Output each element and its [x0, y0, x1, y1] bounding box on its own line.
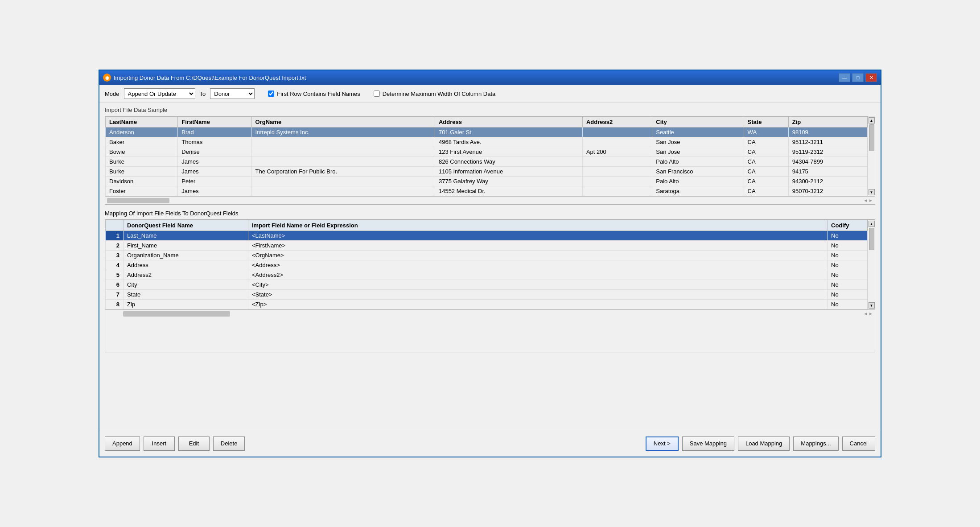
- maximize-button[interactable]: □: [852, 73, 864, 82]
- import-cell-zip: 94304-7899: [788, 157, 867, 167]
- mapping-codify: No: [828, 231, 868, 241]
- mapping-table-row[interactable]: 5Address2<Address2>No: [106, 270, 868, 280]
- window-title: Importing Donor Data From C:\DQuest\Exam…: [114, 74, 306, 81]
- import-table-row[interactable]: BakerThomas4968 Tardis Ave.San JoseCA951…: [106, 137, 868, 147]
- delete-button[interactable]: Delete: [213, 436, 245, 451]
- mapping-header-row: DonorQuest Field Name Import Field Name …: [106, 220, 868, 231]
- mapping-col-dqfield: DonorQuest Field Name: [124, 220, 248, 231]
- title-bar-left: ◉ Importing Donor Data From C:\DQuest\Ex…: [103, 74, 306, 82]
- import-cell-orgname: [251, 186, 435, 196]
- mode-label: Mode: [105, 91, 119, 97]
- mapping-row-num: 1: [106, 231, 124, 241]
- mapping-import-field: <LastName>: [248, 231, 828, 241]
- import-table-row[interactable]: BurkeJamesThe Corporation For Public Bro…: [106, 167, 868, 177]
- edit-button[interactable]: Edit: [178, 436, 210, 451]
- import-cell-lastname: Burke: [106, 167, 178, 177]
- import-table-row[interactable]: DavidsonPeter3775 Galafrey WayPalo AltoC…: [106, 177, 868, 186]
- mappings-button[interactable]: Mappings...: [793, 436, 838, 451]
- mapping-dq-field: State: [124, 290, 248, 300]
- mapping-import-field: <City>: [248, 280, 828, 290]
- minimize-button[interactable]: —: [839, 73, 850, 82]
- first-row-checkbox-group: First Row Contains Field Names: [268, 91, 360, 97]
- import-h-scroll-thumb[interactable]: [107, 198, 169, 203]
- import-cell-address: 14552 Medical Dr.: [435, 186, 582, 196]
- first-row-checkbox[interactable]: [268, 91, 274, 97]
- mapping-row-num: 5: [106, 270, 124, 280]
- mapping-table-row[interactable]: 6City<City>No: [106, 280, 868, 290]
- import-scroll-down[interactable]: ▼: [869, 189, 875, 195]
- import-table-row[interactable]: BurkeJames826 Connections WayPalo AltoCA…: [106, 157, 868, 167]
- mode-select[interactable]: Append Or Update Append Only Update Only: [124, 88, 195, 99]
- mapping-h-scrollbar[interactable]: ◄ ►: [105, 309, 875, 317]
- col-address2: Address2: [582, 117, 652, 128]
- insert-button[interactable]: Insert: [144, 436, 175, 451]
- mapping-scrollbar-v[interactable]: ▲ ▼: [868, 220, 875, 309]
- import-table-row[interactable]: FosterJames14552 Medical Dr.SaratogaCA95…: [106, 186, 868, 196]
- mapping-import-field: <Address>: [248, 260, 828, 270]
- import-cell-lastname: Baker: [106, 137, 178, 147]
- import-cell-zip: 95112-3211: [788, 137, 867, 147]
- mapping-import-field: <OrgName>: [248, 251, 828, 260]
- to-select[interactable]: Donor Gift Contact: [210, 88, 255, 99]
- import-scroll-up[interactable]: ▲: [869, 117, 875, 124]
- close-button[interactable]: ✕: [865, 73, 877, 82]
- import-cell-firstname: Brad: [178, 128, 251, 137]
- import-table-row[interactable]: AndersonBradIntrepid Systems Inc.701 Gal…: [106, 128, 868, 137]
- import-cell-lastname: Bowie: [106, 147, 178, 157]
- save-mapping-button[interactable]: Save Mapping: [682, 436, 734, 451]
- mapping-table-row[interactable]: 1Last_Name<LastName>No: [106, 231, 868, 241]
- import-scroll-thumb[interactable]: [869, 124, 874, 151]
- col-city: City: [652, 117, 744, 128]
- mapping-scroll-up[interactable]: ▲: [869, 221, 875, 227]
- mapping-dq-field: Zip: [124, 300, 248, 309]
- import-table-row[interactable]: BowieDenise123 First AvenueApt 200San Jo…: [106, 147, 868, 157]
- next-button[interactable]: Next >: [646, 436, 679, 451]
- load-mapping-button[interactable]: Load Mapping: [738, 436, 790, 451]
- import-cell-zip: 95119-2312: [788, 147, 867, 157]
- mapping-row-num: 7: [106, 290, 124, 300]
- import-cell-address: 4968 Tardis Ave.: [435, 137, 582, 147]
- import-cell-address2: [582, 177, 652, 186]
- import-cell-state: CA: [744, 157, 788, 167]
- mapping-scroll-thumb[interactable]: [869, 228, 874, 250]
- mapping-codify: No: [828, 260, 868, 270]
- import-cell-address: 826 Connections Way: [435, 157, 582, 167]
- import-scrollbar-v[interactable]: ▲ ▼: [868, 116, 875, 196]
- mapping-codify: No: [828, 280, 868, 290]
- mapping-table-row[interactable]: 2First_Name<FirstName>No: [106, 241, 868, 251]
- mapping-table-row[interactable]: 3Organization_Name<OrgName>No: [106, 251, 868, 260]
- import-cell-lastname: Davidson: [106, 177, 178, 186]
- import-cell-orgname: [251, 137, 435, 147]
- mapping-row-num: 2: [106, 241, 124, 251]
- import-h-scrollbar[interactable]: ◄ ►: [105, 196, 875, 204]
- mapping-codify: No: [828, 251, 868, 260]
- import-cell-orgname: Intrepid Systems Inc.: [251, 128, 435, 137]
- max-width-checkbox[interactable]: [374, 91, 380, 97]
- import-cell-address2: [582, 128, 652, 137]
- cancel-button[interactable]: Cancel: [842, 436, 875, 451]
- mapping-table-row[interactable]: 7State<State>No: [106, 290, 868, 300]
- mapping-h-scroll-thumb[interactable]: [123, 311, 230, 317]
- import-cell-state: WA: [744, 128, 788, 137]
- col-orgname: OrgName: [251, 117, 435, 128]
- import-table-scroll-area: LastName FirstName OrgName Address Addre…: [105, 116, 868, 196]
- mapping-table-row[interactable]: 8Zip<Zip>No: [106, 300, 868, 309]
- mapping-dq-field: Address: [124, 260, 248, 270]
- mapping-scroll-down[interactable]: ▼: [869, 302, 875, 309]
- import-table-container: LastName FirstName OrgName Address Addre…: [105, 116, 875, 205]
- import-cell-state: CA: [744, 137, 788, 147]
- mapping-table-row[interactable]: 4Address<Address>No: [106, 260, 868, 270]
- first-row-label[interactable]: First Row Contains Field Names: [277, 91, 360, 97]
- import-cell-city: San Francisco: [652, 167, 744, 177]
- import-cell-address2: [582, 137, 652, 147]
- max-width-label[interactable]: Determine Maximum Width Of Column Data: [383, 91, 496, 97]
- bottom-bar: Append Insert Edit Delete Next > Save Ma…: [99, 430, 881, 457]
- import-cell-state: CA: [744, 147, 788, 157]
- main-window: ◉ Importing Donor Data From C:\DQuest\Ex…: [99, 70, 881, 457]
- import-cell-lastname: Foster: [106, 186, 178, 196]
- import-cell-lastname: Anderson: [106, 128, 178, 137]
- import-cell-firstname: Peter: [178, 177, 251, 186]
- append-button[interactable]: Append: [105, 436, 140, 451]
- import-cell-city: Seattle: [652, 128, 744, 137]
- app-icon: ◉: [103, 74, 111, 82]
